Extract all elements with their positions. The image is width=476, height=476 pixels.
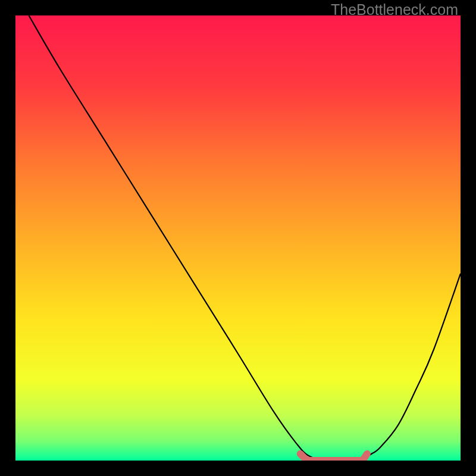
chart-frame [15, 15, 461, 461]
bottleneck-chart-svg [15, 15, 461, 461]
chart-background-gradient [15, 15, 461, 461]
chart-plot-area [15, 15, 461, 461]
